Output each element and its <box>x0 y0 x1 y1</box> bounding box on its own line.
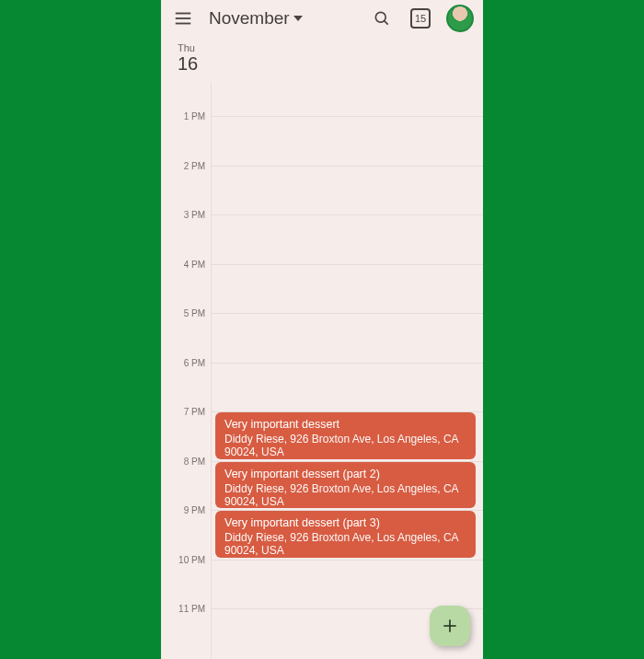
time-column: 1 PM2 PM3 PM4 PM5 PM6 PM7 PM8 PM9 PM10 P… <box>161 83 211 659</box>
hour-line <box>212 166 483 167</box>
hour-label: 6 PM <box>184 357 205 367</box>
hour-label: 8 PM <box>184 456 205 466</box>
day-number: 16 <box>178 53 483 74</box>
month-label: November <box>209 8 290 29</box>
event-location: Diddy Riese, 926 Broxton Ave, Los Angele… <box>224 531 466 558</box>
day-header: Thu 16 <box>161 37 483 83</box>
svg-marker-3 <box>293 16 303 21</box>
svg-line-5 <box>385 21 388 25</box>
hour-label: 2 PM <box>184 160 205 170</box>
day-name: Thu <box>178 42 483 53</box>
event-title: Very important dessert <box>224 418 466 432</box>
events-column[interactable]: Very important dessertDiddy Riese, 926 B… <box>211 83 483 659</box>
header: November 15 <box>161 0 483 37</box>
today-date: 15 <box>410 8 431 29</box>
svg-point-4 <box>375 12 385 22</box>
hour-line <box>212 363 483 364</box>
event-title: Very important dessert (part 3) <box>224 516 466 530</box>
event-title: Very important dessert (part 2) <box>224 468 466 481</box>
hour-line <box>212 313 483 314</box>
hour-line <box>212 214 483 215</box>
event-location: Diddy Riese, 926 Broxton Ave, Los Angele… <box>224 482 466 509</box>
hour-label: 5 PM <box>184 308 205 318</box>
time-grid[interactable]: 1 PM2 PM3 PM4 PM5 PM6 PM7 PM8 PM9 PM10 P… <box>161 83 483 659</box>
hour-line <box>212 560 483 561</box>
calendar-app: November 15 Thu 16 1 PM2 PM3 PM4 PM5 PM6… <box>161 0 483 659</box>
hour-label: 4 PM <box>184 259 205 269</box>
avatar[interactable] <box>446 5 474 32</box>
calendar-event[interactable]: Very important dessertDiddy Riese, 926 B… <box>215 412 476 459</box>
menu-icon[interactable] <box>170 6 196 31</box>
chevron-down-icon <box>293 14 303 23</box>
event-location: Diddy Riese, 926 Broxton Ave, Los Angele… <box>224 433 466 459</box>
hour-line <box>212 116 483 117</box>
hour-label: 11 PM <box>178 604 205 614</box>
hour-label: 7 PM <box>184 407 205 417</box>
hour-label: 1 PM <box>184 111 205 121</box>
plus-icon <box>441 617 459 635</box>
hour-label: 3 PM <box>184 210 205 220</box>
hour-label: 9 PM <box>184 505 205 515</box>
hour-label: 10 PM <box>178 554 205 564</box>
search-icon[interactable] <box>369 6 395 31</box>
calendar-event[interactable]: Very important dessert (part 2)Diddy Rie… <box>215 462 476 509</box>
month-selector[interactable]: November <box>209 8 356 29</box>
calendar-event[interactable]: Very important dessert (part 3)Diddy Rie… <box>215 511 476 558</box>
add-event-button[interactable] <box>430 606 470 646</box>
today-button[interactable]: 15 <box>408 6 433 31</box>
hour-line <box>212 264 483 265</box>
